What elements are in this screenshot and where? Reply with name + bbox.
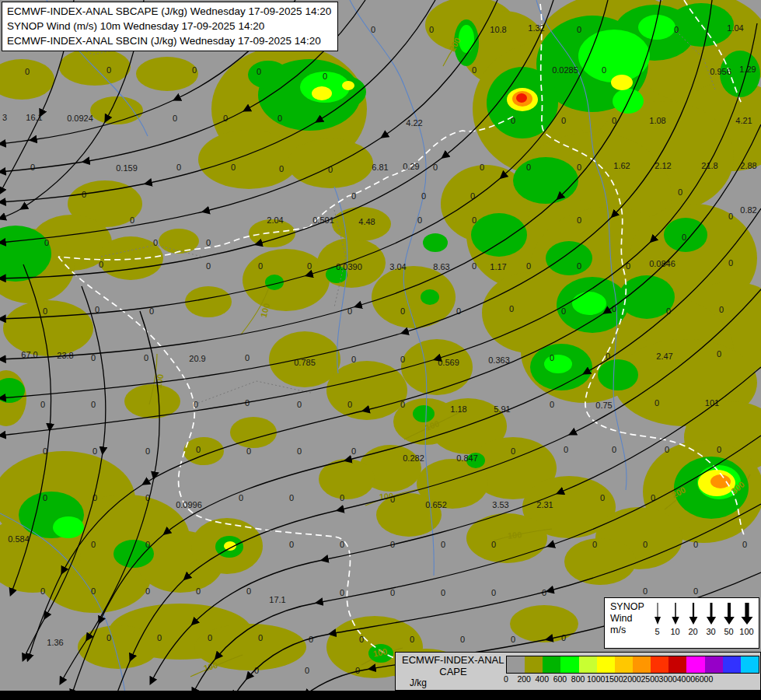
map-title-box: ECMWF-INDEX-ANAL SBCAPE (J/kg) Wednesday… xyxy=(2,2,338,51)
map-background-canvas xyxy=(0,0,761,700)
wind-arrow-icon xyxy=(685,600,702,625)
cape-color-cell xyxy=(705,656,723,673)
cape-tick-label: 6000 xyxy=(695,674,713,684)
cape-color-cell xyxy=(579,656,597,673)
cape-tick-label: 800 xyxy=(571,674,585,684)
cape-tick-label: 1500 xyxy=(605,674,623,684)
cape-tick-label: 200 xyxy=(517,674,531,684)
wind-speed-item: 10 xyxy=(666,600,684,636)
cape-legend-unit: J/kg xyxy=(410,677,427,688)
cape-legend-title: ECMWF-INDEX-ANAL xyxy=(402,654,504,666)
wind-speed-item: 20 xyxy=(684,600,702,636)
cape-color-cell xyxy=(560,656,578,673)
cape-color-cell xyxy=(686,656,704,673)
wind-arrow-icon xyxy=(667,600,684,625)
cape-tick-label: 2000 xyxy=(623,674,641,684)
wind-legend: SYNOP Wind m/s 510203050100 xyxy=(604,597,759,649)
cape-color-cell xyxy=(525,656,543,673)
title-line-wind: SYNOP Wind (m/s) 10m Wednesday 17-09-202… xyxy=(7,19,331,33)
cape-legend-text: ECMWF-INDEX-ANAL CAPE xyxy=(402,654,504,677)
black-footer-bar xyxy=(0,691,761,700)
cape-tick-label: 3000 xyxy=(659,674,677,684)
cape-tick-label: 0 xyxy=(504,674,508,684)
wind-speed-item: 5 xyxy=(648,600,666,636)
wind-arrow-icon xyxy=(721,600,738,625)
title-line-sbcape: ECMWF-INDEX-ANAL SBCAPE (J/kg) Wednesday… xyxy=(7,4,331,19)
wind-legend-title: SYNOP xyxy=(610,601,644,613)
wind-arrow-icon xyxy=(649,600,666,625)
wind-arrow-icon xyxy=(703,600,720,625)
cape-tick-label: 1000 xyxy=(587,674,605,684)
cape-tick-label: 4000 xyxy=(677,674,695,684)
wind-legend-text: SYNOP Wind m/s xyxy=(610,601,644,636)
wind-speed-value: 30 xyxy=(702,627,720,636)
wind-speed-value: 20 xyxy=(684,627,702,636)
cape-shading-2500 xyxy=(516,93,527,103)
wind-speed-scale: 510203050100 xyxy=(648,600,756,636)
cape-color-cell xyxy=(633,656,651,673)
cape-color-cell xyxy=(543,656,560,673)
wind-speed-value: 10 xyxy=(666,627,684,636)
cape-color-cell xyxy=(651,656,668,673)
wind-speed-value: 5 xyxy=(648,627,666,636)
wind-speed-item: 30 xyxy=(702,600,720,636)
wind-speed-value: 50 xyxy=(720,627,738,636)
wind-speed-item: 50 xyxy=(720,600,738,636)
cape-color-cell xyxy=(507,656,525,673)
wind-speed-value: 100 xyxy=(738,627,756,636)
cape-tick-label: 2500 xyxy=(641,674,658,684)
cape-color-cell xyxy=(615,656,633,673)
wind-legend-label: Wind xyxy=(610,613,644,625)
cape-tick-label: 600 xyxy=(553,674,567,684)
cape-color-cell xyxy=(723,656,741,673)
cape-tick-label: 400 xyxy=(536,674,550,684)
cape-color-bar xyxy=(506,656,759,674)
cape-color-cell xyxy=(668,656,686,673)
weather-map: 316.10.09240.1594.226.810.292.040.5014.4… xyxy=(0,0,761,700)
wind-speed-item: 100 xyxy=(738,600,756,636)
wind-legend-unit: m/s xyxy=(610,625,644,636)
cape-legend: ECMWF-INDEX-ANAL CAPE J/kg 0200400600800… xyxy=(395,652,761,691)
cape-tick-labels: 0200400600800100015002000250030004000600… xyxy=(506,674,758,685)
cape-legend-parameter: CAPE xyxy=(402,666,504,677)
title-line-sbcin: ECMWF-INDEX-ANAL SBCIN (J/kg) Wednesday … xyxy=(7,33,331,48)
cape-color-cell xyxy=(741,656,759,673)
cape-color-cell xyxy=(597,656,615,673)
wind-arrow-icon xyxy=(738,600,756,625)
